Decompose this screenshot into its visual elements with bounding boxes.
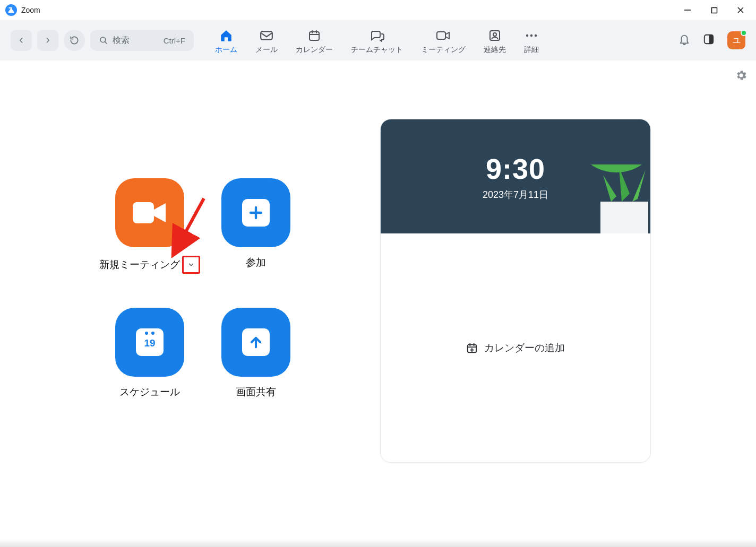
titlebar: Zoom [0, 0, 756, 20]
add-calendar-button[interactable]: カレンダーの追加 [381, 233, 650, 462]
join-button[interactable] [221, 178, 290, 247]
svg-point-23 [151, 332, 154, 335]
svg-point-14 [526, 34, 528, 37]
main-nav: ホーム メール カレンダー チームチャット ミーティング [215, 26, 539, 55]
plant-illustration-icon [585, 164, 651, 233]
nav-team-chat[interactable]: チームチャット [351, 26, 403, 55]
chat-icon [370, 28, 384, 43]
schedule-label-row: スケジュール [119, 385, 180, 399]
svg-rect-26 [600, 202, 648, 233]
nav-label: ミーティング [421, 45, 466, 55]
nav-label: ホーム [215, 45, 237, 55]
tile-label: スケジュール [119, 385, 180, 399]
nav-back-button[interactable] [11, 30, 32, 51]
user-avatar[interactable]: ユ [727, 31, 745, 49]
svg-rect-19 [133, 202, 154, 223]
video-camera-icon [131, 198, 169, 228]
clock-time: 9:30 [486, 152, 545, 185]
svg-rect-18 [709, 35, 713, 44]
svg-rect-1 [711, 7, 717, 13]
calendar-add-icon [466, 342, 478, 354]
tile-share-screen: 画面共有 [203, 308, 309, 399]
home-content: 新規ミーティング 参加 19 [0, 60, 756, 539]
nav-contacts[interactable]: 連絡先 [484, 26, 506, 55]
new-meeting-options-button[interactable] [182, 256, 200, 274]
mail-icon [259, 28, 274, 43]
share-screen-button[interactable] [221, 308, 290, 377]
home-tiles: 新規ミーティング 参加 19 [97, 178, 309, 399]
notifications-button[interactable] [678, 33, 690, 48]
svg-point-16 [535, 34, 537, 37]
plus-icon [242, 199, 270, 227]
clock-hero: 9:30 2023年7月11日 [381, 119, 650, 233]
search-input[interactable]: 検索 Ctrl+F [90, 30, 194, 51]
add-calendar-label: カレンダーの追加 [484, 341, 565, 355]
nav-more[interactable]: 詳細 [524, 26, 539, 55]
calendar-icon [307, 28, 322, 43]
settings-button[interactable] [735, 69, 748, 84]
nav-label: 連絡先 [484, 45, 506, 55]
schedule-button[interactable]: 19 [115, 308, 184, 377]
clock-calendar-card: 9:30 2023年7月11日 カレンダーの追加 [380, 119, 651, 463]
nav-calendar[interactable]: カレンダー [296, 26, 333, 55]
history-button[interactable] [64, 30, 85, 51]
window-controls [674, 0, 754, 20]
svg-rect-6 [261, 31, 272, 39]
svg-point-15 [530, 34, 532, 37]
svg-rect-11 [437, 32, 445, 39]
search-icon [99, 36, 108, 45]
tile-label: 画面共有 [236, 385, 276, 399]
toolbar-right: ユ [678, 31, 745, 49]
nav-home[interactable]: ホーム [215, 26, 237, 55]
avatar-initial: ユ [733, 36, 741, 46]
nav-label: チームチャット [351, 45, 403, 55]
zoom-logo-icon [5, 4, 17, 16]
nav-mail[interactable]: メール [255, 26, 278, 55]
contacts-icon [487, 28, 502, 43]
window-title: Zoom [21, 6, 40, 14]
clock-date: 2023年7月11日 [483, 188, 548, 201]
window-minimize-button[interactable] [674, 0, 701, 20]
toolbar: 検索 Ctrl+F ホーム メール カレンダー チームチャット [0, 20, 756, 60]
bottom-shadow [0, 539, 756, 547]
chevron-down-icon [187, 261, 195, 268]
share-label-row: 画面共有 [236, 385, 276, 399]
titlebar-left: Zoom [5, 4, 40, 16]
calendar-day-icon: 19 [136, 328, 164, 356]
window-maximize-button[interactable] [701, 0, 727, 20]
presence-indicator-icon [741, 30, 747, 36]
nav-label: カレンダー [296, 45, 333, 55]
svg-line-5 [105, 42, 107, 44]
svg-point-13 [493, 33, 496, 36]
nav-label: メール [255, 45, 278, 55]
tile-schedule: 19 スケジュール [97, 308, 203, 399]
schedule-day-number: 19 [144, 337, 155, 349]
video-icon [436, 28, 451, 43]
tile-join: 参加 [203, 178, 309, 274]
tile-label: 参加 [246, 256, 266, 270]
new-meeting-button[interactable] [115, 178, 184, 247]
more-icon [524, 28, 539, 43]
tile-new-meeting: 新規ミーティング [97, 178, 203, 274]
search-shortcut: Ctrl+F [164, 36, 185, 45]
svg-point-27 [585, 164, 651, 172]
window-close-button[interactable] [727, 0, 754, 20]
panel-toggle-button[interactable] [703, 33, 715, 47]
svg-point-22 [145, 332, 148, 335]
join-label-row: 参加 [246, 256, 266, 270]
nav-meetings[interactable]: ミーティング [421, 26, 466, 55]
tile-label: 新規ミーティング [99, 258, 180, 272]
new-meeting-label-row: 新規ミーティング [99, 256, 200, 274]
arrow-up-icon [242, 328, 270, 356]
nav-label: 詳細 [524, 45, 539, 55]
search-placeholder: 検索 [113, 35, 130, 46]
svg-rect-7 [310, 32, 319, 40]
home-icon [219, 28, 234, 43]
nav-forward-button[interactable] [37, 30, 58, 51]
